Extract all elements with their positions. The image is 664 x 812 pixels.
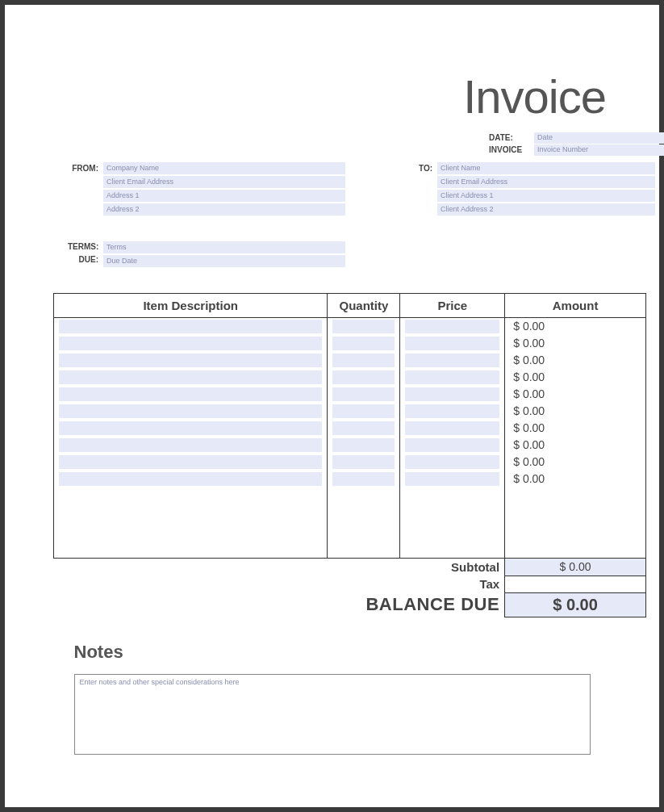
subtotal-value: $ 0.00 [505, 559, 646, 576]
tax-label: Tax [53, 576, 505, 592]
amount-cell: $ 0.00 [505, 454, 646, 471]
notes-field[interactable]: Enter notes and other special considerat… [74, 674, 591, 755]
desc-cell[interactable] [54, 437, 328, 454]
amount-cell: $ 0.00 [505, 318, 646, 335]
amount-cell: $ 0.00 [505, 420, 646, 437]
to-address1-field[interactable]: Client Address 1 [437, 190, 655, 202]
price-cell[interactable] [400, 335, 505, 352]
qty-cell[interactable] [328, 335, 400, 352]
terms-label: TERMS: [68, 241, 98, 254]
amount-cell: $ 0.00 [505, 386, 646, 403]
desc-cell[interactable] [54, 352, 328, 369]
to-block: TO: Client Name Client Email Address Cli… [402, 162, 655, 217]
from-company-field[interactable]: Company Name [103, 162, 345, 174]
table-row: $ 0.00 [54, 420, 646, 437]
col-quantity: Quantity [328, 294, 400, 318]
qty-cell[interactable] [328, 471, 400, 488]
qty-cell[interactable] [328, 420, 400, 437]
date-label: DATE: [489, 133, 534, 142]
desc-cell[interactable] [54, 369, 328, 386]
col-price: Price [400, 294, 505, 318]
qty-cell[interactable] [328, 403, 400, 420]
invoice-number-label: INVOICE [489, 145, 534, 154]
desc-cell[interactable] [54, 386, 328, 403]
balance-label: BALANCE DUE [53, 592, 505, 617]
table-row: $ 0.00 [54, 403, 646, 420]
desc-cell[interactable] [54, 471, 328, 488]
qty-cell[interactable] [328, 369, 400, 386]
items-table: Item Description Quantity Price Amount $… [53, 293, 646, 559]
amount-cell: $ 0.00 [505, 352, 646, 369]
amount-cell: $ 0.00 [505, 437, 646, 454]
to-name-field[interactable]: Client Name [437, 162, 655, 174]
from-address2-field[interactable]: Address 2 [103, 203, 345, 216]
due-label: DUE: [68, 254, 98, 267]
to-address2-field[interactable]: Client Address 2 [437, 203, 655, 216]
table-row: $ 0.00 [54, 335, 646, 352]
price-cell[interactable] [400, 352, 505, 369]
desc-cell[interactable] [54, 403, 328, 420]
table-row: $ 0.00 [54, 369, 646, 386]
date-field[interactable]: Date [534, 132, 664, 144]
price-cell[interactable] [400, 471, 505, 488]
totals-table: Subtotal $ 0.00 Tax BALANCE DUE $ 0.00 [53, 559, 646, 617]
from-email-field[interactable]: Client Email Address [103, 176, 345, 188]
qty-cell[interactable] [328, 454, 400, 471]
desc-cell[interactable] [54, 454, 328, 471]
invoice-meta: DATE: Date INVOICE Invoice Number [489, 132, 664, 156]
price-cell[interactable] [400, 437, 505, 454]
amount-cell: $ 0.00 [505, 471, 646, 488]
terms-block: TERMS: DUE: Terms Due Date [68, 241, 611, 269]
tax-value[interactable] [505, 576, 646, 592]
table-row: $ 0.00 [54, 352, 646, 369]
table-row-empty [54, 488, 646, 559]
notes-section: Notes Enter notes and other special cons… [74, 642, 591, 755]
invoice-title: Invoice [53, 69, 611, 123]
table-row: $ 0.00 [54, 454, 646, 471]
desc-cell[interactable] [54, 318, 328, 335]
from-label: FROM: [68, 162, 103, 217]
table-row: $ 0.00 [54, 318, 646, 335]
table-row: $ 0.00 [54, 471, 646, 488]
from-address1-field[interactable]: Address 1 [103, 190, 345, 202]
desc-cell[interactable] [54, 420, 328, 437]
price-cell[interactable] [400, 386, 505, 403]
amount-cell: $ 0.00 [505, 335, 646, 352]
due-field[interactable]: Due Date [103, 255, 345, 267]
desc-cell[interactable] [54, 335, 328, 352]
amount-cell: $ 0.00 [505, 369, 646, 386]
from-block: FROM: Company Name Client Email Address … [68, 162, 345, 217]
qty-cell[interactable] [328, 386, 400, 403]
to-email-field[interactable]: Client Email Address [437, 176, 655, 188]
price-cell[interactable] [400, 369, 505, 386]
price-cell[interactable] [400, 454, 505, 471]
to-label: TO: [402, 162, 437, 217]
notes-title: Notes [74, 642, 591, 663]
price-cell[interactable] [400, 403, 505, 420]
subtotal-label: Subtotal [53, 559, 505, 576]
table-row: $ 0.00 [54, 437, 646, 454]
terms-field[interactable]: Terms [103, 241, 345, 253]
invoice-number-field[interactable]: Invoice Number [534, 144, 664, 156]
qty-cell[interactable] [328, 318, 400, 335]
balance-value: $ 0.00 [505, 592, 646, 617]
qty-cell[interactable] [328, 352, 400, 369]
amount-cell: $ 0.00 [505, 403, 646, 420]
qty-cell[interactable] [328, 437, 400, 454]
col-amount: Amount [505, 294, 646, 318]
col-description: Item Description [54, 294, 328, 318]
price-cell[interactable] [400, 318, 505, 335]
price-cell[interactable] [400, 420, 505, 437]
invoice-page: Invoice DATE: Date INVOICE Invoice Numbe… [5, 5, 659, 807]
table-row: $ 0.00 [54, 386, 646, 403]
